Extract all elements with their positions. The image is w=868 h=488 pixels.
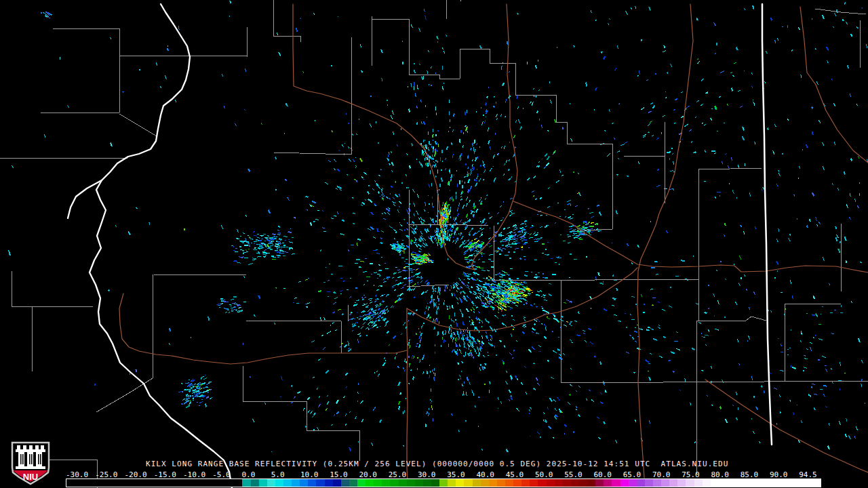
reflectivity-colorbar xyxy=(66,479,821,487)
radar-map-canvas xyxy=(0,0,868,488)
product-caption: KILX LONG RANGE BASE REFLECTIVITY (0.25K… xyxy=(146,460,728,468)
niu-castle-icon xyxy=(16,445,45,469)
niu-logo: NIU xyxy=(7,441,54,487)
radar-echoes-layer xyxy=(8,0,868,452)
reflectivity-scale-labels: -30.0-25.0-20.0-15.0-10.0-5.00.05.010.01… xyxy=(0,470,868,479)
radar-display: KILX LONG RANGE BASE REFLECTIVITY (0.25K… xyxy=(0,0,868,488)
niu-logo-text: NIU xyxy=(23,472,38,482)
county-boundaries-layer xyxy=(0,0,868,488)
